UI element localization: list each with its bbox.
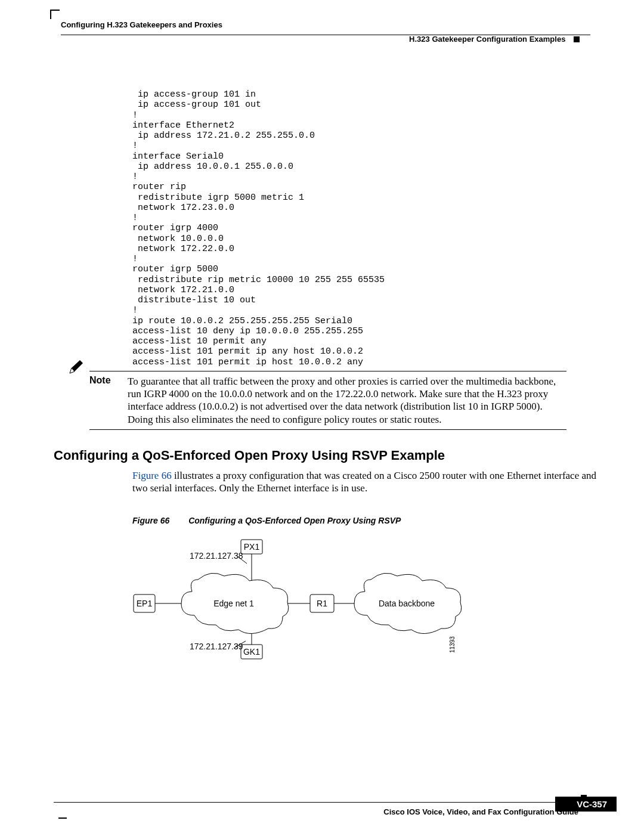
header-right-text: H.323 Gatekeeper Configuration Examples: [409, 35, 565, 44]
header-left: Configuring H.323 Gatekeepers and Proxie…: [61, 20, 222, 29]
figure-ref-link[interactable]: Figure 66: [132, 470, 172, 481]
figure-title: Configuring a QoS-Enforced Open Proxy Us…: [188, 516, 401, 525]
section-paragraph-rest: illustrates a proxy configuration that w…: [132, 470, 596, 494]
page-number: VC-357: [555, 797, 617, 812]
data-backbone-label: Data backbone: [379, 599, 435, 608]
footer-guide-title: Cisco IOS Voice, Video, and Fax Configur…: [54, 807, 578, 816]
edge-net-label: Edge net 1: [213, 599, 254, 608]
note-pen-icon: [68, 358, 85, 375]
figure-number: Figure 66: [132, 516, 169, 525]
ip1-label: 172.21.127.38: [190, 551, 243, 561]
figure-caption: Figure 66 Configuring a QoS-Enforced Ope…: [132, 516, 590, 525]
note-label: Note: [89, 375, 125, 386]
ip2-label: 172.21.127.39: [190, 642, 243, 651]
r1-label: R1: [317, 599, 327, 608]
note-bottom-rule: [89, 429, 566, 430]
ep1-label: EP1: [137, 599, 153, 608]
crop-mark-bottom-left: [58, 809, 67, 819]
note-text: To guarantee that all traffic between th…: [128, 375, 559, 426]
section-heading: Configuring a QoS-Enforced Open Proxy Us…: [54, 448, 590, 463]
px1-label: PX1: [244, 542, 260, 552]
section-paragraph: Figure 66 illustrates a proxy configurat…: [132, 469, 597, 495]
note-block: Note To guarantee that all traffic betwe…: [89, 371, 566, 426]
header-right: H.323 Gatekeeper Configuration Examples: [409, 35, 580, 44]
footer: Cisco IOS Voice, Video, and Fax Configur…: [54, 797, 590, 816]
figure-id: 11393: [449, 636, 456, 653]
header-square-icon: [574, 36, 580, 42]
gk1-label: GK1: [243, 647, 260, 657]
figure-diagram: EP1 Edge net 1 PX1 172.21.127.38 GK1 172…: [132, 535, 466, 666]
footer-rule: [54, 802, 590, 803]
config-code-block: ip access-group 101 in ip access-group 1…: [132, 89, 590, 367]
